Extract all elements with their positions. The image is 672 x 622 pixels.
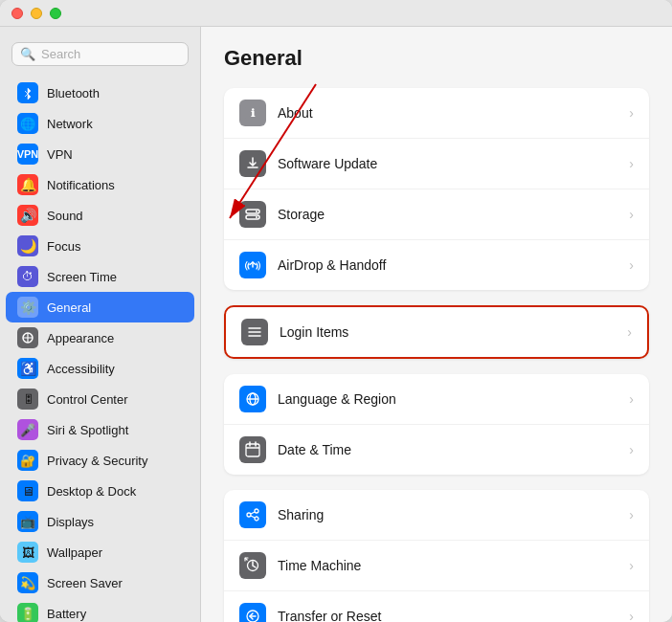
screentime-icon: ⏱ [17,266,38,287]
general-icon: ⚙️ [17,297,38,318]
storage-label: Storage [278,207,617,222]
sidebar-item-sound[interactable]: 🔊 Sound [6,200,194,231]
sidebar-label-desktopdock: Desktop & Dock [47,484,136,499]
softwareupdate-icon [239,150,266,177]
sidebar-item-accessibility[interactable]: ♿ Accessibility [6,353,194,384]
page-title: General [224,46,649,71]
settings-row-softwareupdate[interactable]: Software Update › [224,139,649,189]
sharing-label: Sharing [278,507,617,522]
loginitems-label: Login Items [280,324,616,340]
sidebar-item-focus[interactable]: 🌙 Focus [6,231,194,261]
loginitems-chevron: › [627,324,632,340]
sidebar-label-focus: Focus [47,239,80,254]
transfer-icon [239,603,266,622]
sidebar-item-vpn[interactable]: VPN VPN [6,139,194,169]
sidebar-item-screentime[interactable]: ⏱ Screen Time [6,261,194,292]
airdrop-chevron: › [629,257,634,273]
vpn-icon: VPN [17,144,38,165]
sidebar-label-general: General [47,300,91,315]
svg-point-9 [256,211,258,212]
sidebar-label-vpn: VPN [47,147,73,162]
airdrop-label: AirDrop & Handoff [278,257,617,273]
storage-chevron: › [629,207,634,222]
timemachine-chevron: › [629,558,634,573]
sidebar-item-network[interactable]: 🌐 Network [6,108,194,139]
sidebar-label-siri: Siri & Spotlight [47,423,128,437]
title-bar [0,0,672,27]
notifications-icon: 🔔 [17,174,38,195]
close-button[interactable] [11,8,23,19]
sidebar-label-screensaver: Screen Saver [47,576,123,590]
sidebar-label-privacy: Privacy & Security [47,454,147,468]
storage-icon [239,201,266,228]
sharing-chevron: › [629,507,634,522]
sidebar-label-network: Network [47,117,93,131]
desktopdock-icon: 🖥 [17,480,38,501]
main-content: General ℹ About › [201,27,672,622]
minimize-button[interactable] [31,8,42,19]
controlcenter-icon: 🎛 [17,389,38,410]
content-area: 🔍 Search Bluetooth 🌐 Network VPN VPN 🔔 [0,27,672,622]
sidebar-item-controlcenter[interactable]: 🎛 Control Center [6,384,194,414]
settings-row-timemachine[interactable]: Time Machine › [224,541,649,591]
screensaver-icon: 💫 [17,572,38,593]
timemachine-label: Time Machine [278,558,617,573]
settings-row-airdrop[interactable]: AirDrop & Handoff › [224,240,649,290]
wallpaper-icon: 🖼 [17,542,38,563]
sidebar-label-controlcenter: Control Center [47,392,128,407]
language-label: Language & Region [278,391,617,407]
settings-row-language[interactable]: Language & Region › [224,374,649,425]
sound-icon: 🔊 [17,205,38,226]
sidebar-label-bluetooth: Bluetooth [47,86,100,100]
sidebar-label-appearance: Appearance [47,331,114,345]
svg-rect-25 [243,505,262,524]
sidebar-item-screensaver[interactable]: 💫 Screen Saver [6,567,194,598]
transfer-chevron: › [629,609,634,622]
focus-icon: 🌙 [17,235,38,256]
softwareupdate-label: Software Update [278,156,617,171]
search-box[interactable]: 🔍 Search [11,42,189,66]
search-placeholder: Search [41,47,80,61]
settings-row-sharing[interactable]: Sharing › [224,490,649,541]
sidebar-label-screentime: Screen Time [47,270,117,284]
settings-row-about[interactable]: ℹ About › [224,88,649,139]
sidebar-label-wallpaper: Wallpaper [47,545,102,560]
datetime-label: Date & Time [278,442,617,457]
settings-row-datetime[interactable]: Date & Time › [224,425,649,475]
sidebar-item-bluetooth[interactable]: Bluetooth [6,78,194,108]
about-icon: ℹ [239,100,266,126]
svg-point-10 [256,216,258,218]
datetime-icon [239,436,266,463]
accessibility-icon: ♿ [17,358,38,379]
sidebar-item-displays[interactable]: 📺 Displays [6,506,194,537]
sidebar-item-general[interactable]: ⚙️ General [6,292,194,322]
sidebar-item-siri[interactable]: 🎤 Siri & Spotlight [6,414,194,445]
sidebar-item-appearance[interactable]: Appearance [6,322,194,353]
sharing-icon [239,501,266,528]
language-icon [239,386,266,412]
sidebar-item-battery[interactable]: 🔋 Battery [6,598,194,622]
maximize-button[interactable] [50,8,61,19]
sidebar-item-desktopdock[interactable]: 🖥 Desktop & Dock [6,476,194,506]
bluetooth-icon [17,82,38,103]
sidebar-item-privacy[interactable]: 🔐 Privacy & Security [6,445,194,476]
settings-row-storage[interactable]: Storage › [224,189,649,240]
settings-group-4: Sharing › Time Machine › Transfer or Res… [224,490,649,622]
sidebar-label-accessibility: Accessibility [47,362,115,376]
loginitems-icon [241,319,268,345]
sidebar-item-notifications[interactable]: 🔔 Notifications [6,169,194,200]
displays-icon: 📺 [17,511,38,532]
settings-row-transfer[interactable]: Transfer or Reset › [224,591,649,622]
about-chevron: › [629,105,634,121]
timemachine-icon [239,552,266,579]
settings-row-loginitems[interactable]: Login Items › [226,307,647,357]
privacy-icon: 🔐 [17,450,38,471]
sidebar-label-sound: Sound [47,209,83,223]
transfer-label: Transfer or Reset [278,609,617,622]
battery-icon: 🔋 [17,603,38,622]
sidebar-item-wallpaper[interactable]: 🖼 Wallpaper [6,537,194,567]
settings-group-1: ℹ About › Software Update › Stora [224,88,649,290]
about-label: About [278,105,617,121]
sidebar-label-battery: Battery [47,607,86,621]
sidebar-label-displays: Displays [47,515,94,529]
